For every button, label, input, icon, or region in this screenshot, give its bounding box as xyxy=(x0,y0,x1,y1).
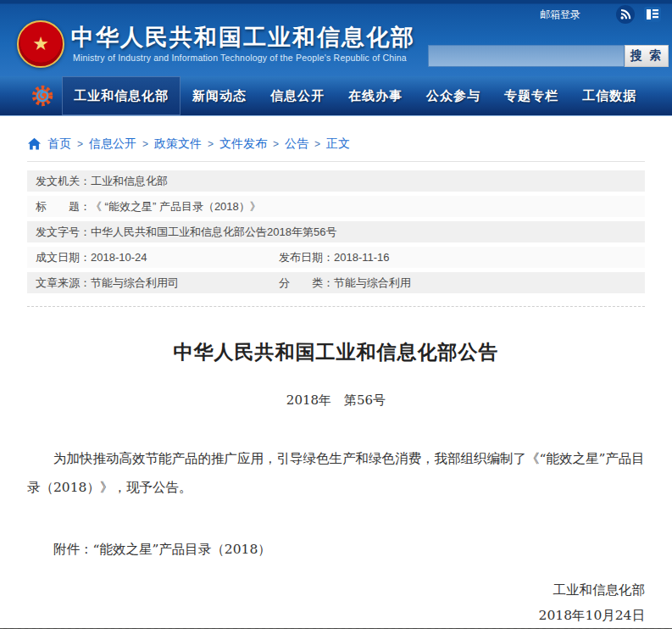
nav-item-online-services[interactable]: 在线办事 xyxy=(336,76,414,115)
article: 中华人民共和国工业和信息化部公告 2018年 第56号 为加快推动高效节能产品的… xyxy=(0,307,672,628)
article-attachment: 附件：“能效之星”产品目录（2018） xyxy=(27,541,645,559)
document-meta: 发文机关：工业和信息化部 标 题：《 “能效之星” 产品目录（2018）》 发文… xyxy=(27,170,645,298)
meta-row-doc-number: 发文字号：中华人民共和国工业和信息化部公告2018年第56号 xyxy=(27,221,645,242)
nav-item-news[interactable]: 新闻动态 xyxy=(180,76,258,115)
meta-cell: 成文日期：2018-10-24 xyxy=(36,247,147,268)
article-sign-date: 2018年10月24日 xyxy=(27,603,645,628)
site-subtitle: Ministry of Industry and Information Tec… xyxy=(73,53,407,63)
meta-row-source-category: 文章来源：节能与综合利用司 分 类：节能与综合利用 xyxy=(27,272,645,293)
home-icon[interactable] xyxy=(27,137,42,151)
breadcrumb-separator: > xyxy=(273,138,279,150)
nav-item-miit[interactable]: 工业和信息化部 xyxy=(62,76,180,115)
breadcrumb-separator: > xyxy=(77,138,83,150)
breadcrumb-separator: > xyxy=(314,138,320,150)
article-issue-number: 2018年 第56号 xyxy=(27,392,645,409)
breadcrumb-separator: > xyxy=(208,138,214,150)
meta-cell: 发文字号：中华人民共和国工业和信息化部公告2018年第56号 xyxy=(36,221,336,242)
article-signer: 工业和信息化部 xyxy=(27,577,645,603)
site-header: ★ 中华人民共和国工业和信息化部 Ministry of Industry an… xyxy=(0,0,672,76)
search-input[interactable] xyxy=(428,45,625,67)
nav-item-data[interactable]: 工信数据 xyxy=(570,76,648,115)
newspaper-grid-icon[interactable] xyxy=(643,5,662,24)
nav-item-info-disclosure[interactable]: 信息公开 xyxy=(258,76,336,115)
page: ★ 中华人民共和国工业和信息化部 Ministry of Industry an… xyxy=(0,0,672,629)
meta-cell: 标 题：《 “能效之星” 产品目录（2018）》 xyxy=(36,196,261,217)
search-button[interactable]: 搜 索 xyxy=(625,45,669,67)
breadcrumb-current: 正文 xyxy=(326,136,350,152)
breadcrumb-divider xyxy=(27,161,645,162)
breadcrumb-policy-docs[interactable]: 政策文件 xyxy=(154,136,202,152)
search-bar: 搜 索 xyxy=(428,45,669,67)
meta-cell: 发文机关：工业和信息化部 xyxy=(36,170,168,192)
mail-login-link[interactable]: 邮箱登录 xyxy=(540,8,580,22)
national-emblem-icon: ★ xyxy=(17,20,64,68)
meta-cell: 文章来源：节能与综合利用司 xyxy=(36,272,179,293)
nav-item-special-topics[interactable]: 专题专栏 xyxy=(492,76,570,115)
breadcrumb-separator: > xyxy=(142,138,148,150)
meta-row-issuing-agency: 发文机关：工业和信息化部 xyxy=(27,170,645,192)
article-paragraph: 为加快推动高效节能产品的推广应用，引导绿色生产和绿色消费，我部组织编制了《“能效… xyxy=(27,444,645,502)
nav-items: 工业和信息化部 新闻动态 信息公开 在线办事 公众参与 专题专栏 工信数据 xyxy=(62,76,645,115)
nav-item-public-participation[interactable]: 公众参与 xyxy=(414,76,492,115)
meta-row-title: 标 题：《 “能效之星” 产品目录（2018）》 xyxy=(27,196,645,217)
miit-gear-logo-icon xyxy=(31,83,56,109)
breadcrumb-doc-release[interactable]: 文件发布 xyxy=(219,136,267,152)
breadcrumb-announcement[interactable]: 公告 xyxy=(285,136,308,152)
article-title: 中华人民共和国工业和信息化部公告 xyxy=(27,339,645,365)
breadcrumb: 首页 > 信息公开 > 政策文件 > 文件发布 > 公告 > 正文 xyxy=(27,136,672,152)
article-signature: 工业和信息化部 2018年10月24日 xyxy=(27,577,645,628)
site-title: 中华人民共和国工业和信息化部 xyxy=(71,22,415,53)
meta-cell: 分 类：节能与综合利用 xyxy=(279,272,645,293)
breadcrumb-info-disclosure[interactable]: 信息公开 xyxy=(89,136,136,152)
breadcrumb-home[interactable]: 首页 xyxy=(47,136,71,152)
rss-icon[interactable] xyxy=(616,5,635,24)
main-nav: 工业和信息化部 新闻动态 信息公开 在线办事 公众参与 专题专栏 工信数据 xyxy=(0,76,672,116)
meta-row-dates: 成文日期：2018-10-24 发布日期：2018-11-16 xyxy=(27,247,645,268)
meta-cell: 发布日期：2018-11-16 xyxy=(279,247,645,268)
